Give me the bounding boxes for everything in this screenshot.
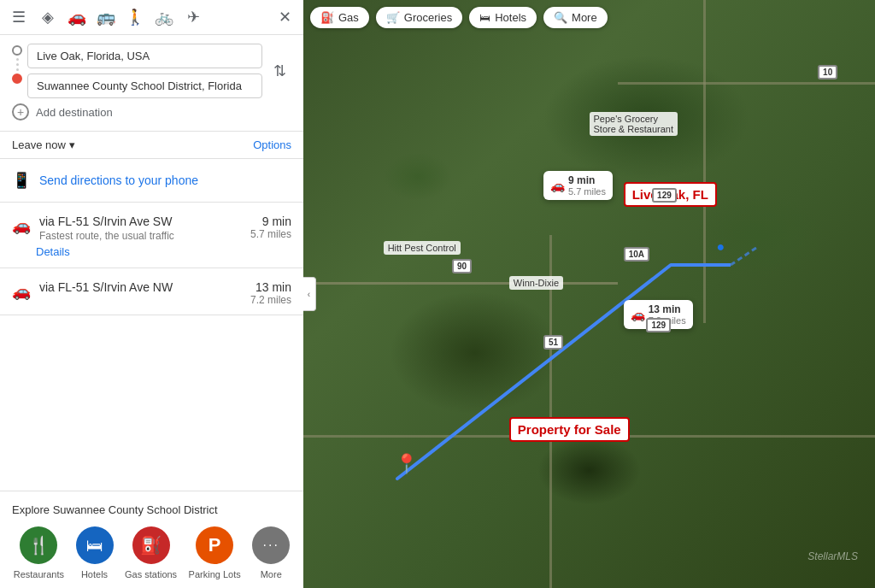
more-icon: ···: [252, 526, 290, 564]
map-satellite: ⛽ Gas 🛒 Groceries 🛏 Hotels 🔍 More Pepe's…: [303, 0, 875, 588]
bubble-route-0: 🚗 9 min 5.7 miles: [543, 171, 613, 200]
send-phone-icon: 📱: [12, 171, 31, 190]
poi-grocery-label: Pepe's Grocery: [594, 114, 674, 124]
parking-label: Parking Lots: [189, 569, 241, 579]
route-svg: [303, 0, 875, 588]
car-route-icon-1: 🚗: [12, 282, 31, 301]
filter-groceries[interactable]: 🛒 Groceries: [376, 7, 462, 28]
explore-gas[interactable]: ⛽ Gas stations: [125, 526, 177, 579]
live-oak-pin: ●: [717, 239, 725, 255]
gas-label: Gas stations: [125, 569, 177, 579]
destination-dot: [12, 74, 22, 84]
add-icon: +: [12, 103, 29, 121]
property-label: Property for Sale: [509, 417, 630, 442]
groceries-chip-icon: 🛒: [386, 11, 400, 24]
hotels-icon: 🛏: [76, 526, 114, 564]
badge-90: 90: [452, 259, 472, 273]
send-directions-button[interactable]: 📱 Send directions to your phone: [0, 159, 303, 203]
route-sub-0: Fastest route, the usual traffic: [39, 230, 242, 242]
walk-icon[interactable]: 🚶: [125, 7, 145, 27]
explore-section: Explore Suwannee County School District …: [0, 491, 303, 588]
explore-parking[interactable]: P Parking Lots: [189, 526, 241, 579]
route-time-1: 13 min: [250, 280, 291, 294]
explore-icons: 🍴 Restaurants 🛏 Hotels ⛽ Gas stations P …: [12, 526, 291, 579]
transit-icon[interactable]: 🚌: [96, 7, 116, 27]
more-label: More: [261, 569, 282, 579]
badge-10: 10: [818, 65, 837, 79]
origin-input[interactable]: [27, 44, 262, 68]
add-destination-label: Add destination: [36, 106, 113, 119]
inputs-section: ⇅ + Add destination: [0, 35, 303, 132]
badge-51: 51: [543, 335, 563, 350]
restaurants-label: Restaurants: [14, 569, 64, 579]
parking-icon: P: [196, 526, 233, 564]
swap-icon[interactable]: ⇅: [267, 59, 291, 83]
add-destination-button[interactable]: + Add destination: [12, 98, 291, 122]
bubble-car-icon-0: 🚗: [550, 179, 565, 192]
poi-winn: Winn-Dixie: [509, 276, 563, 290]
leave-now-label: Leave now: [12, 138, 66, 151]
gas-chip-icon: ⛽: [320, 11, 334, 24]
leave-now-chevron: ▾: [69, 138, 75, 151]
routes-section: 🚗 via FL-51 S/Irvin Ave SW Fastest route…: [0, 203, 303, 491]
property-text: Property for Sale: [518, 422, 621, 437]
destination-pin: 📍: [395, 453, 418, 475]
filter-hotels[interactable]: 🛏 Hotels: [469, 7, 537, 28]
collapse-panel-button[interactable]: ‹: [303, 277, 316, 311]
route-name-1: via FL-51 S/Irvin Ave NW: [39, 280, 242, 294]
map-area[interactable]: ⛽ Gas 🛒 Groceries 🛏 Hotels 🔍 More Pepe's…: [303, 0, 875, 588]
more-chip-icon: 🔍: [554, 11, 567, 24]
road-v-129: [703, 0, 706, 323]
gas-icon: ⛽: [132, 526, 170, 564]
bubble-time-0: 9 min: [568, 174, 606, 186]
explore-icon[interactable]: ◈: [38, 7, 58, 27]
poi-pest: Hitt Pest Control: [384, 241, 461, 255]
explore-restaurants[interactable]: 🍴 Restaurants: [14, 526, 64, 579]
route-dots: [12, 44, 22, 98]
details-link-0[interactable]: Details: [36, 245, 70, 258]
restaurants-icon: 🍴: [20, 526, 57, 564]
route-distance-1: 7.2 miles: [250, 294, 291, 306]
explore-hotels[interactable]: 🛏 Hotels: [76, 526, 114, 579]
badge-129-bot: 129: [646, 318, 671, 332]
bike-icon[interactable]: 🚲: [154, 7, 174, 27]
hotels-chip-icon: 🛏: [479, 11, 490, 24]
car-route-icon-0: 🚗: [12, 216, 31, 235]
badge-129-top: 129: [652, 188, 677, 203]
route-item-0[interactable]: 🚗 via FL-51 S/Irvin Ave SW Fastest route…: [0, 203, 303, 268]
route-item-1[interactable]: 🚗 via FL-51 S/Irvin Ave NW 13 min 7.2 mi…: [0, 268, 303, 315]
hotels-chip-label: Hotels: [495, 11, 526, 24]
car-icon[interactable]: 🚗: [67, 7, 87, 27]
explore-more[interactable]: ··· More: [252, 526, 290, 579]
flight-icon[interactable]: ✈: [183, 7, 203, 27]
filter-more[interactable]: 🔍 More: [543, 7, 608, 28]
bubble-car-icon-1: 🚗: [631, 308, 645, 321]
explore-title: Explore Suwannee County School District: [12, 503, 291, 516]
destination-input[interactable]: [27, 74, 262, 98]
svg-line-0: [397, 265, 671, 479]
groceries-chip-label: Groceries: [404, 11, 452, 24]
nav-bar: ☰ ◈ 🚗 🚌 🚶 🚲 ✈ ✕: [0, 0, 303, 35]
road-h-10: [618, 82, 875, 85]
menu-icon[interactable]: ☰: [9, 7, 29, 27]
bubble-dist-0: 5.7 miles: [568, 186, 606, 197]
options-button[interactable]: Options: [253, 138, 291, 151]
more-chip-label: More: [572, 11, 597, 24]
close-icon[interactable]: ✕: [274, 7, 295, 27]
leave-now-row: Leave now ▾ Options: [0, 132, 303, 159]
map-filter-bar: ⛽ Gas 🛒 Groceries 🛏 Hotels 🔍 More: [310, 7, 608, 28]
poi-pest-label: Hitt Pest Control: [388, 243, 456, 253]
road-h-90: [303, 282, 618, 285]
poi-grocery-label2: Store & Restaurant: [594, 124, 674, 134]
watermark: StellarMLS: [807, 550, 858, 562]
route-distance-0: 5.7 miles: [250, 228, 291, 240]
poi-grocery: Pepe's Grocery Store & Restaurant: [590, 112, 678, 136]
svg-line-2: [731, 248, 756, 265]
route-name-0: via FL-51 S/Irvin Ave SW: [39, 215, 242, 228]
route-time-0: 9 min: [250, 215, 291, 228]
badge-10a: 10A: [624, 247, 649, 262]
filter-gas[interactable]: ⛽ Gas: [310, 7, 369, 28]
origin-dot: [12, 45, 22, 56]
leave-now-button[interactable]: Leave now ▾: [12, 138, 75, 151]
watermark-text: StellarMLS: [807, 550, 858, 562]
